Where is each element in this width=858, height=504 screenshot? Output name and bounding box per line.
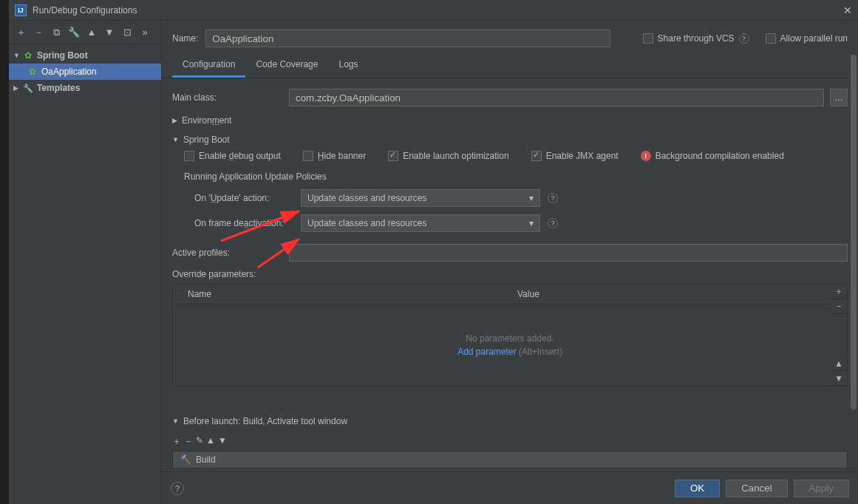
add-icon[interactable]: ＋ xyxy=(13,25,28,40)
tree-label: OaApplication xyxy=(41,67,97,77)
before-launch-label: Before launch: Build, Activate tool wind… xyxy=(183,416,347,426)
remove-param-button[interactable]: － xyxy=(831,299,846,314)
hammer-icon: 🔨 xyxy=(180,454,191,465)
chevron-down-icon: ▼ xyxy=(172,136,179,143)
down-param-button[interactable]: ▼ xyxy=(831,371,846,386)
add-param-hint: (Alt+Insert) xyxy=(519,347,562,357)
dialog-footer: ? OK Cancel Apply xyxy=(162,471,858,504)
tab-logs[interactable]: Logs xyxy=(328,53,368,78)
sidebar: ＋ － ⧉ 🔧 ▲ ▼ ⊡ » ▼ ✿ Spring Boot ✿ OaAppl… xyxy=(9,21,162,504)
environment-section[interactable]: ▶ Environment xyxy=(172,115,848,126)
vertical-scrollbar[interactable] xyxy=(849,55,858,471)
tab-code-coverage[interactable]: Code Coverage xyxy=(245,53,328,78)
hide-banner-checkbox[interactable] xyxy=(303,151,313,161)
before-launch-section[interactable]: ▼ Before launch: Build, Activate tool wi… xyxy=(172,416,848,426)
config-tree: ▼ ✿ Spring Boot ✿ OaApplication ▶ 🔧 Temp… xyxy=(9,44,161,504)
help-icon[interactable]: ? xyxy=(548,193,558,203)
bl-remove-icon[interactable]: － xyxy=(184,435,193,448)
col-name: Name xyxy=(173,285,503,304)
hide-banner-label: Hide banner xyxy=(318,151,366,161)
chevron-right-icon: ▶ xyxy=(13,84,22,92)
tree-oa-application[interactable]: ✿ OaApplication xyxy=(9,64,161,80)
main-class-input[interactable] xyxy=(289,89,824,106)
active-profiles-label: Active profiles: xyxy=(172,248,283,258)
help-icon[interactable]: ? xyxy=(739,33,749,44)
spring-boot-section[interactable]: ▼ Spring Boot xyxy=(172,134,848,145)
chevron-down-icon: ▾ xyxy=(529,193,534,203)
warning-icon: ! xyxy=(641,151,651,161)
tab-configuration[interactable]: Configuration xyxy=(172,53,245,78)
bl-edit-icon[interactable]: ✎ xyxy=(196,435,203,448)
main-class-label: Main class: xyxy=(172,92,283,103)
run-debug-dialog: IJ Run/Debug Configurations ✕ ＋ － ⧉ 🔧 ▲ … xyxy=(9,0,858,504)
tree-label: Spring Boot xyxy=(37,50,88,61)
tree-spring-boot[interactable]: ▼ ✿ Spring Boot xyxy=(9,47,161,64)
jmx-label: Enable JMX agent xyxy=(546,151,619,161)
window-title: Run/Debug Configurations xyxy=(33,5,843,16)
sidebar-toolbar: ＋ － ⧉ 🔧 ▲ ▼ ⊡ » xyxy=(9,21,161,44)
folder-icon[interactable]: ⊡ xyxy=(120,25,135,40)
add-parameter-link[interactable]: Add parameter xyxy=(457,347,516,357)
add-param-button[interactable]: ＋ xyxy=(831,285,846,299)
intellij-icon: IJ xyxy=(15,4,27,16)
tree-templates[interactable]: ▶ 🔧 Templates xyxy=(9,80,161,96)
help-button[interactable]: ? xyxy=(171,482,184,495)
wrench-icon[interactable]: 🔧 xyxy=(67,25,81,40)
on-update-combo[interactable]: Update classes and resources▾ xyxy=(301,189,540,207)
bl-up-icon[interactable]: ▲ xyxy=(206,435,215,448)
copy-icon[interactable]: ⧉ xyxy=(49,25,64,40)
chevron-down-icon: ▾ xyxy=(529,218,534,228)
spring-icon: ✿ xyxy=(27,66,38,78)
up-icon[interactable]: ▲ xyxy=(84,25,99,40)
active-profiles-input[interactable] xyxy=(289,244,848,262)
name-input[interactable] xyxy=(205,30,610,47)
remove-icon[interactable]: － xyxy=(31,25,46,40)
apply-button[interactable]: Apply xyxy=(794,480,849,497)
launch-opt-label: Enable launch optimization xyxy=(403,151,508,161)
chevron-down-icon: ▼ xyxy=(172,418,179,425)
up-param-button[interactable]: ▲ xyxy=(831,356,846,371)
override-params-label: Override parameters: xyxy=(172,269,848,279)
expand-icon[interactable]: » xyxy=(137,25,152,40)
policies-heading: Running Application Update Policies xyxy=(184,171,848,182)
enable-debug-checkbox[interactable] xyxy=(184,151,194,161)
col-value: Value xyxy=(503,285,832,304)
down-icon[interactable]: ▼ xyxy=(102,25,117,40)
help-icon[interactable]: ? xyxy=(548,218,558,228)
on-deactivation-combo[interactable]: Update classes and resources▾ xyxy=(301,214,540,232)
section-label: Spring Boot xyxy=(183,134,230,145)
configuration-content: Main class: … ▶ Environment ▼ Spring Boo… xyxy=(162,78,858,471)
bl-down-icon[interactable]: ▼ xyxy=(218,435,227,448)
close-icon[interactable]: ✕ xyxy=(843,4,852,16)
cancel-button[interactable]: Cancel xyxy=(726,480,788,497)
bl-item-label: Build xyxy=(196,454,216,465)
spring-icon: ✿ xyxy=(22,50,34,61)
ok-button[interactable]: OK xyxy=(675,480,720,497)
main-panel: Name: Share through VCS ? Allow parallel… xyxy=(162,21,858,504)
share-vcs-checkbox[interactable] xyxy=(643,33,653,44)
tree-label: Templates xyxy=(37,83,80,93)
chevron-right-icon: ▶ xyxy=(172,117,177,124)
share-vcs-label: Share through VCS xyxy=(658,33,735,44)
browse-button[interactable]: … xyxy=(830,89,848,106)
bg-compile-label: Background compilation enabled xyxy=(656,151,784,161)
enable-debug-label: Enable debug output xyxy=(199,151,281,161)
name-label: Name: xyxy=(172,33,198,44)
before-launch-list: 🔨 Build xyxy=(172,451,848,469)
allow-parallel-checkbox[interactable] xyxy=(766,33,776,44)
bl-add-icon[interactable]: ＋ xyxy=(172,435,181,448)
chevron-down-icon: ▼ xyxy=(13,52,22,59)
section-label: Environment xyxy=(182,115,231,126)
titlebar: IJ Run/Debug Configurations ✕ xyxy=(9,0,858,21)
jmx-checkbox[interactable] xyxy=(531,151,542,161)
no-params-text: No parameters added. xyxy=(466,333,554,344)
on-update-label: On 'Update' action: xyxy=(184,193,293,203)
on-deactivation-label: On frame deactivation: xyxy=(184,218,293,228)
before-launch-item[interactable]: 🔨 Build xyxy=(173,452,847,468)
launch-opt-checkbox[interactable] xyxy=(388,151,398,161)
tabs: Configuration Code Coverage Logs xyxy=(162,53,858,78)
wrench-icon: 🔧 xyxy=(22,82,34,94)
allow-parallel-label: Allow parallel run xyxy=(780,33,848,44)
params-table: Name Value No parameters added. Add para… xyxy=(172,284,848,386)
